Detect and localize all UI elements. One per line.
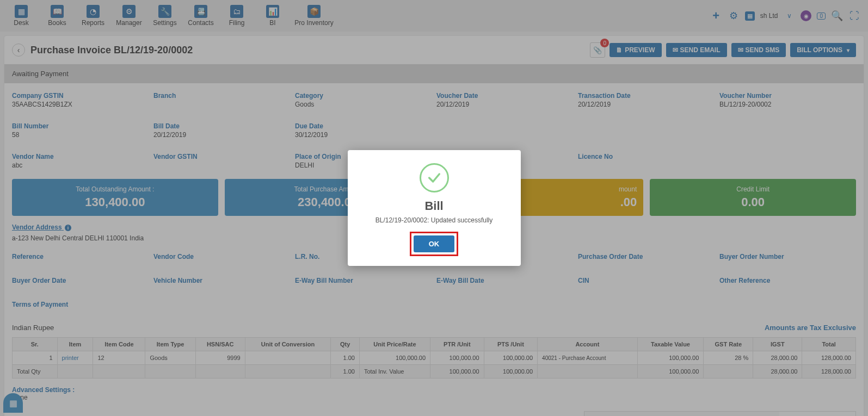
modal-ok-highlight: OK — [410, 232, 459, 256]
modal-overlay: Bill BL/12/19-20/0002: Updated successfu… — [0, 0, 868, 416]
success-check-icon — [420, 163, 449, 193]
modal-ok-button[interactable]: OK — [414, 235, 455, 252]
modal-message: BL/12/19-20/0002: Updated successfully — [356, 216, 512, 224]
success-modal: Bill BL/12/19-20/0002: Updated successfu… — [348, 150, 521, 266]
modal-title: Bill — [356, 199, 512, 213]
